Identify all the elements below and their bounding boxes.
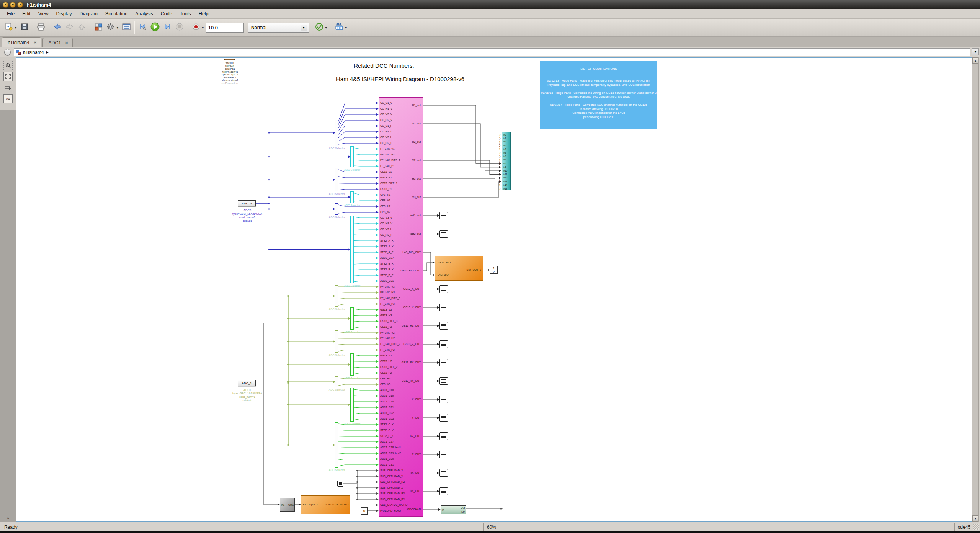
output-list-block[interactable] xyxy=(439,359,448,366)
output-list-block[interactable] xyxy=(439,414,448,422)
adc-selector-block[interactable] xyxy=(335,376,338,387)
window-close-button[interactable]: × xyxy=(3,2,8,8)
output-list-block[interactable] xyxy=(439,451,448,458)
print-button[interactable] xyxy=(35,21,47,34)
configuration-button[interactable] xyxy=(105,21,117,34)
step-forward-button[interactable] xyxy=(161,21,173,34)
output-list-block[interactable] xyxy=(439,212,448,219)
adc-selector-block[interactable] xyxy=(350,191,354,203)
library-browser-button[interactable] xyxy=(92,21,105,34)
breadcrumb-dropdown-icon[interactable]: ▼ xyxy=(972,48,979,55)
menu-item-display[interactable]: Display xyxy=(53,10,75,18)
adc0-block[interactable]: ADC_0 xyxy=(238,200,256,206)
stop-time-input[interactable] xyxy=(206,23,244,33)
adc-selector-block[interactable] xyxy=(335,168,338,191)
output-list-block[interactable] xyxy=(439,230,448,238)
constant-zero-block[interactable]: 0 xyxy=(361,507,368,515)
menu-item-diagram[interactable]: Diagram xyxy=(76,10,101,18)
menu-item-tools[interactable]: Tools xyxy=(176,10,194,18)
adc1-block[interactable]: ADC_1 xyxy=(238,380,256,386)
adc-selector-block[interactable] xyxy=(335,203,338,215)
sim-mode-select[interactable]: Normal▼ xyxy=(248,23,309,33)
output-list-block[interactable] xyxy=(439,377,448,385)
step-back-button[interactable] xyxy=(137,21,149,34)
output-list-block[interactable] xyxy=(439,487,448,495)
adc-selector-block[interactable] xyxy=(335,285,338,307)
menu-item-analysis[interactable]: Analysis xyxy=(132,10,157,18)
scroll-down-icon[interactable]: ▼ xyxy=(972,515,978,522)
back-button[interactable] xyxy=(51,21,64,34)
output-list-block[interactable] xyxy=(439,322,448,330)
fit-to-view-icon[interactable] xyxy=(3,72,13,81)
adc-selector-block[interactable] xyxy=(350,388,354,422)
menu-item-file[interactable]: File xyxy=(3,10,18,18)
cds-parameters-text: site=H1rate=4Kdcuid=61host=h1seih45speci… xyxy=(216,62,244,85)
input-port-label: GS13_DIFF_3 xyxy=(380,320,397,323)
menu-item-view[interactable]: View xyxy=(35,10,52,18)
modifications-box[interactable]: -----------------------------LIST OF MOD… xyxy=(540,61,657,129)
up-button[interactable] xyxy=(76,21,88,34)
build-button[interactable] xyxy=(333,21,345,34)
save-button[interactable] xyxy=(18,21,31,34)
demux-block[interactable] xyxy=(337,481,343,487)
output-list-block[interactable] xyxy=(439,469,448,477)
adc-selector-block[interactable] xyxy=(350,216,354,283)
scroll-up-icon[interactable]: ▲ xyxy=(972,57,978,64)
grey-subsystem-block[interactable]: In1Out1 xyxy=(280,498,295,512)
odc-block[interactable]: InOutErr xyxy=(441,505,466,514)
adc-selector-block[interactable] xyxy=(335,422,338,468)
signal-lines-icon[interactable] xyxy=(3,83,13,92)
configuration-dropdown-icon[interactable]: ▼ xyxy=(116,26,119,29)
tab-adc1[interactable]: ADC1✕ xyxy=(42,38,73,47)
resize-grip[interactable] xyxy=(973,524,979,530)
tab-h1isiham4[interactable]: h1isiham4✕ xyxy=(2,37,41,47)
adc-selector-block[interactable] xyxy=(350,353,354,376)
adc-selector-block[interactable] xyxy=(350,146,354,167)
new-model-button[interactable] xyxy=(3,21,15,34)
output-list-block[interactable] xyxy=(439,285,448,293)
new-model-dropdown-icon[interactable]: ▼ xyxy=(14,26,17,29)
menu-item-edit[interactable]: Edit xyxy=(19,10,34,18)
menu-item-help[interactable]: Help xyxy=(195,10,212,18)
forward-button[interactable] xyxy=(64,21,76,34)
tab-close-icon[interactable]: ✕ xyxy=(65,41,69,46)
output-list-block[interactable] xyxy=(439,396,448,403)
selector-1-2-block[interactable]: 12 xyxy=(490,266,498,274)
teal-port-chevron-icon: ❯ xyxy=(499,170,501,172)
run-button[interactable] xyxy=(149,21,161,34)
tab-label: h1isiham4 xyxy=(8,40,29,45)
tab-close-icon[interactable]: ✕ xyxy=(33,40,37,45)
zoom-region-icon[interactable] xyxy=(3,61,13,70)
output-port-label: H3_out xyxy=(379,177,421,180)
menu-item-simulation[interactable]: Simulation xyxy=(102,10,131,18)
window-shade-button[interactable]: ▾ xyxy=(10,2,16,8)
output-port-label: RX_OUT xyxy=(379,471,421,474)
stop-button[interactable] xyxy=(173,21,186,34)
breadcrumb-model-name[interactable]: h1isiham4 xyxy=(23,50,44,55)
cds-parameters-block[interactable] xyxy=(224,59,235,60)
output-list-block[interactable] xyxy=(439,304,448,311)
sim-mode-dropdown-icon[interactable]: ▼ xyxy=(301,25,307,31)
menu-item-code[interactable]: Code xyxy=(157,10,176,18)
record-button[interactable] xyxy=(190,21,202,34)
vertical-scrollbar[interactable]: ▲ ▼ xyxy=(972,57,979,522)
model-browser-button[interactable] xyxy=(120,21,132,34)
strip-expand-icon[interactable]: » xyxy=(0,516,16,520)
breadcrumb-bar[interactable]: h1isiham4 ▶ xyxy=(14,48,970,56)
window-maximize-button[interactable]: ▪ xyxy=(17,2,23,8)
output-list-block[interactable] xyxy=(439,340,448,348)
titlebar[interactable]: × ▾ ▪ h1isiham4 xyxy=(0,0,980,9)
adc-selector-block[interactable] xyxy=(350,307,354,330)
annotation-icon[interactable]: A≡ xyxy=(3,94,13,103)
build-dropdown-icon[interactable]: ▼ xyxy=(345,26,348,29)
output-port-label: H1_out xyxy=(379,104,421,107)
model-advisor-dropdown-icon[interactable]: ▼ xyxy=(325,26,328,29)
model-advisor-button[interactable] xyxy=(313,21,325,34)
adc-selector-block[interactable] xyxy=(335,120,338,146)
output-list-block[interactable] xyxy=(439,432,448,440)
bio-input-block[interactable]: BIO_Input_1CD_STATUS_WORD xyxy=(301,495,350,514)
breadcrumb-back-icon[interactable]: ← xyxy=(4,49,11,56)
adc-selector-block[interactable] xyxy=(335,330,338,353)
model-canvas[interactable]: Related DCC Numbers:Ham 4&5 ISI/HEPI Wir… xyxy=(16,57,973,522)
record-dropdown-icon[interactable]: ▼ xyxy=(201,26,204,29)
